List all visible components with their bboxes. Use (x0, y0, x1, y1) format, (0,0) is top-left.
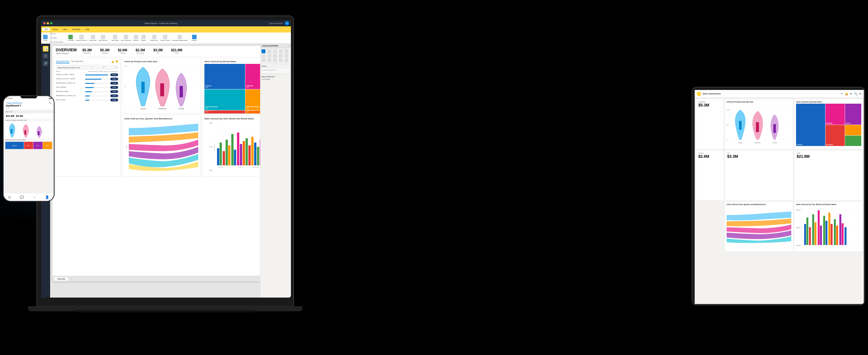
tablet-value-australia: $5.3M (698, 103, 721, 107)
ribbon-btn-queries[interactable]: Edit Queries (98, 34, 108, 42)
ki-item-4-label: Color is Brown (56, 86, 84, 88)
tablet-header-icons: ✏ 🔔 ★ 🔍 ⚙ (841, 92, 862, 95)
ki-item-1-track (85, 75, 109, 76)
kpi-australia-label: Australia (84, 52, 90, 54)
minimize-icon[interactable] (47, 22, 49, 24)
viz-icon-6[interactable] (261, 54, 266, 58)
svg-rect-80 (839, 214, 841, 245)
ribbon-btn-get-data[interactable]: Get Data (67, 34, 74, 42)
viz-icon-11[interactable] (261, 58, 266, 62)
ki-item-7-bar (85, 100, 89, 100)
ribbon-btn-publish[interactable]: Publish (191, 34, 198, 42)
t-treemap-proseware[interactable]: Proseware (826, 125, 845, 146)
viz-icon-4[interactable] (279, 49, 283, 53)
phone-nav-favorite-icon[interactable]: ☆ (33, 195, 36, 199)
svg-text:$500K: $500K (796, 244, 801, 246)
t-treemap-litware[interactable]: Litware (845, 104, 861, 125)
ribbon-tab-modeling[interactable]: Modeling (70, 28, 82, 31)
phone-filter-usa[interactable]: USA (5, 111, 9, 113)
viz-icon-5[interactable] (284, 49, 288, 53)
viz-panel-expand-icon[interactable]: › (289, 45, 289, 47)
viz-icon-10[interactable] (284, 54, 288, 58)
phone-treemap-litware[interactable]: Litw... (33, 142, 42, 149)
viz-icon-13[interactable] (273, 58, 277, 62)
viz-icon-12[interactable] (268, 58, 271, 62)
phone-nav-chat-icon[interactable]: 💬 (20, 195, 24, 199)
ribbon-btn-buttons[interactable]: Buttons (133, 34, 140, 42)
phone-nav-profile-icon[interactable]: 👤 (45, 195, 49, 199)
ki-item-2-bar (85, 79, 101, 80)
phone-search-icon[interactable]: 🔍 (49, 102, 52, 104)
viz-icon-3[interactable] (273, 49, 277, 53)
t-treemap-ada[interactable] (845, 136, 861, 146)
maximize-icon[interactable] (50, 22, 52, 24)
nav-icon-report[interactable]: 📊 (43, 46, 49, 52)
phone-back-button[interactable]: ‹ Sales Dashboard (6, 102, 22, 104)
nav-icon-model[interactable]: 🔗 (43, 61, 49, 66)
phone-filter-row: USA UK (4, 110, 54, 114)
phone-nav-home-icon[interactable]: ⊞ (8, 195, 11, 199)
viz-icon-1[interactable] (261, 49, 266, 53)
ribbon-btn-recent[interactable]: Recent Sources (75, 34, 88, 42)
treemap-contoso[interactable]: Contoso $1M (205, 64, 245, 89)
ribbon-btn-enter[interactable]: Enter Data (89, 34, 97, 42)
t-treemap-contoso[interactable]: Contoso (796, 104, 825, 146)
treemap-fabrikam[interactable]: FabriKam $5M (245, 64, 260, 89)
treemap-wide[interactable]: Wide World Importers $5M (245, 89, 260, 110)
treemap-proseware[interactable]: Proseware $5M (205, 110, 245, 114)
tablet-kpi-australia: Australia $5.3M (696, 99, 724, 149)
treemap-adventure[interactable]: Adventure Works $5M (205, 89, 245, 110)
ribbon-btn-new-page[interactable]: New Page (111, 34, 119, 42)
svg-text:Large: Large (10, 138, 14, 139)
ki-thumbs-down-icon[interactable]: 👎 (115, 60, 118, 63)
viz-add-data[interactable]: Add data fields here (261, 68, 290, 73)
viz-icon-8[interactable] (273, 54, 277, 58)
ribbon-btn-format[interactable]: Format Painter (49, 40, 64, 43)
ribbon-btn-copy[interactable]: Copy (49, 36, 64, 40)
ribbon-btn-marketplace[interactable]: AppSource (150, 34, 159, 42)
svg-rect-19 (217, 148, 219, 165)
svg-rect-22 (226, 140, 228, 166)
tablet-sankey-title: Units Sold by Year, Quarter and Manufact… (726, 203, 791, 205)
phone-filter-uk[interactable]: UK (10, 111, 12, 113)
phone-treemap-wide[interactable]: Wide (43, 142, 52, 149)
viz-icon-9[interactable] (279, 54, 283, 58)
ribbon-btn-ask-question[interactable]: Ask a Question (120, 34, 132, 42)
tablet-edit-icon[interactable]: ✏ (841, 92, 843, 95)
ki-thumbs-up-icon[interactable]: 👍 (111, 60, 114, 63)
ribbon-tab-help[interactable]: Help (83, 28, 91, 31)
viz-icon-14[interactable] (279, 58, 283, 62)
ki-filter[interactable]: What influences NSAT to be 7 ▾ ? (56, 65, 118, 69)
close-icon[interactable] (43, 22, 45, 24)
tablet-treemap-grid: Contoso FabriKam Litware Proseware (796, 104, 861, 146)
ribbon-btn-cut[interactable]: Cut (49, 32, 64, 36)
tablet-search-icon[interactable]: 🔍 (854, 92, 857, 95)
ribbon-btn-manage[interactable]: Manage Relationships (172, 34, 188, 42)
tablet-gear-icon[interactable]: ⚙ (859, 92, 862, 95)
ribbon-btn-shapes[interactable]: Shapes (140, 34, 147, 42)
ribbon-tab-file[interactable]: File (42, 28, 50, 31)
viz-panel-header: VISUALIZATIONS › (260, 44, 291, 48)
ki-tab-influencers[interactable]: Key influencers (56, 60, 69, 63)
ki-tab-segments[interactable]: Top segments (71, 60, 84, 63)
svg-rect-81 (842, 223, 844, 245)
ribbon-btn-switch-theme[interactable]: Switch Theme (159, 34, 171, 42)
treemap-southridge[interactable]: Southridge Video $2M (245, 110, 260, 114)
viz-icon-2[interactable] (268, 49, 271, 53)
ribbon-tab-view[interactable]: View (61, 28, 69, 31)
ki-filter-help-icon[interactable]: ? (116, 67, 117, 69)
nav-icon-data[interactable]: 🗄 (43, 53, 49, 59)
phone-treemap-contoso[interactable]: Contoso (5, 142, 24, 149)
t-treemap-fabrikam[interactable]: FabriKam (826, 104, 845, 125)
ribbon-tab-home[interactable]: Home (51, 28, 60, 31)
ki-item-7-track (85, 100, 109, 100)
tab-overview[interactable]: Overview (54, 277, 68, 280)
tablet-star-icon[interactable]: ★ (850, 92, 852, 95)
tablet-bell-icon[interactable]: 🔔 (845, 92, 848, 95)
phone-treemap-proseware[interactable]: Prose... (24, 142, 33, 149)
viz-icon-7[interactable] (268, 54, 271, 58)
tab-add-icon[interactable]: + (69, 277, 74, 281)
ribbon-btn-paste[interactable]: Paste (42, 34, 49, 42)
t-treemap-wide[interactable] (845, 125, 861, 135)
viz-icon-15[interactable] (284, 58, 288, 62)
